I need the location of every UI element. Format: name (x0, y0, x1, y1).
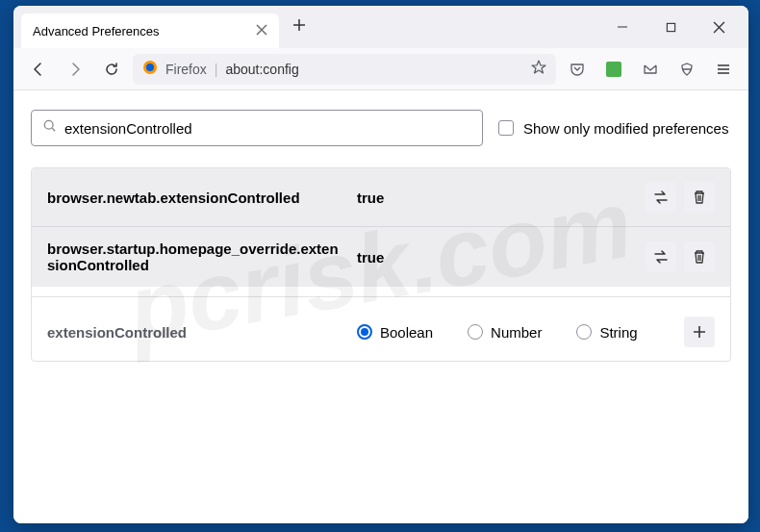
close-tab-icon[interactable] (256, 24, 267, 38)
pref-list: browser.newtab.extensionControlled true … (31, 167, 731, 362)
delete-button[interactable] (684, 182, 715, 213)
type-radio-group: Boolean Number String (357, 324, 672, 341)
new-pref-name: extensionControlled (47, 324, 345, 341)
urlbar-url: about:config (225, 62, 523, 77)
active-tab[interactable]: Advanced Preferences (21, 13, 279, 48)
radio-string[interactable]: String (576, 324, 637, 341)
pref-name: browser.startup.homepage_override.extens… (47, 241, 345, 273)
pref-row[interactable]: browser.newtab.extensionControlled true (32, 168, 730, 226)
extension-icon[interactable] (598, 54, 629, 85)
radio-icon (468, 324, 483, 340)
radio-icon (576, 324, 592, 340)
new-pref-row: extensionControlled Boolean Number St (32, 303, 730, 361)
pref-value: true (357, 249, 634, 266)
pocket-icon[interactable] (562, 54, 593, 85)
add-button[interactable] (684, 317, 715, 347)
urlbar-identity: Firefox (165, 62, 207, 77)
close-window-button[interactable] (697, 12, 741, 42)
radio-boolean[interactable]: Boolean (357, 324, 433, 341)
firefox-icon (142, 60, 158, 78)
modified-only-checkbox[interactable]: Show only modified preferences (498, 120, 728, 137)
about-config-content: Show only modified preferences browser.n… (13, 90, 748, 523)
menu-button[interactable] (708, 54, 739, 85)
pref-name: browser.newtab.extensionControlled (47, 190, 345, 206)
svg-point-3 (44, 120, 53, 129)
pref-value: true (357, 190, 634, 206)
minimize-button[interactable] (600, 12, 645, 42)
nav-toolbar: Firefox | about:config (13, 48, 748, 90)
search-box[interactable] (31, 110, 483, 146)
svg-rect-0 (667, 23, 674, 31)
shield-icon[interactable] (671, 54, 702, 85)
svg-point-2 (146, 63, 154, 71)
pref-row[interactable]: browser.startup.homepage_override.extens… (32, 226, 730, 287)
forward-button[interactable] (60, 54, 90, 85)
url-bar[interactable]: Firefox | about:config (133, 54, 556, 85)
titlebar: Advanced Preferences (13, 6, 748, 48)
radio-icon (357, 324, 372, 340)
bookmark-star-icon[interactable] (531, 60, 546, 78)
tab-title: Advanced Preferences (33, 24, 160, 38)
reload-button[interactable] (96, 54, 127, 85)
radio-number[interactable]: Number (468, 324, 542, 341)
toggle-button[interactable] (646, 241, 676, 272)
new-tab-button[interactable] (283, 18, 316, 36)
inbox-icon[interactable] (635, 54, 666, 85)
checkbox-icon[interactable] (498, 120, 514, 136)
modified-only-label: Show only modified preferences (523, 120, 728, 137)
search-input[interactable] (64, 120, 470, 137)
maximize-button[interactable] (648, 12, 693, 42)
delete-button[interactable] (684, 241, 715, 272)
browser-window: Advanced Preferences (13, 6, 748, 523)
search-icon (43, 119, 57, 137)
back-button[interactable] (23, 54, 54, 85)
toggle-button[interactable] (646, 182, 676, 213)
